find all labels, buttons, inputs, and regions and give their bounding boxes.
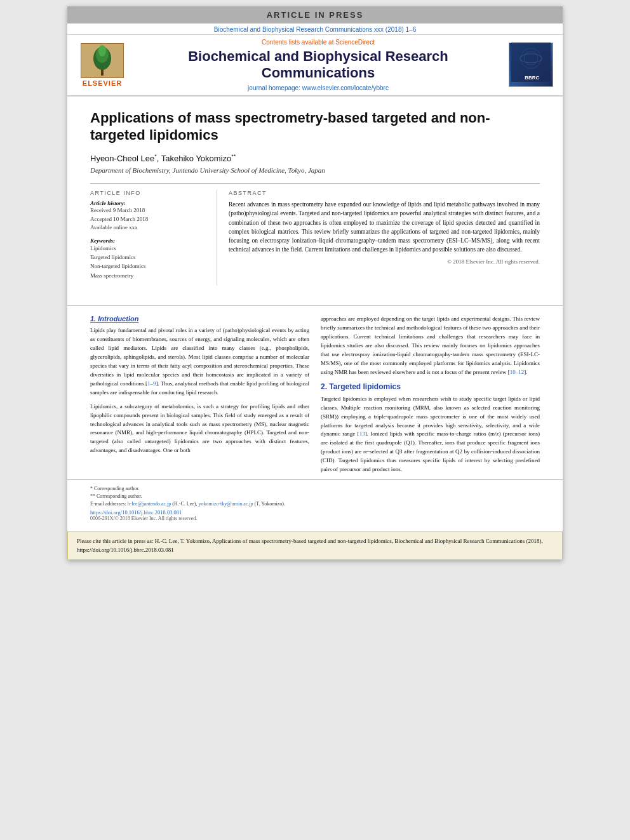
body-columns: 1. Introduction Lipids play fundamental … — [67, 315, 563, 479]
footnotes: * Corresponding author. ** Corresponding… — [67, 479, 563, 525]
keywords: Keywords: Lipidomics Targeted lipidomics… — [90, 237, 209, 281]
footnote-corresponding2: ** Corresponding author. — [90, 493, 540, 500]
doi-link[interactable]: https://doi.org/10.1016/j.bbrc.2018.03.0… — [90, 509, 182, 516]
journal-top-line: Biochemical and Biophysical Research Com… — [67, 23, 563, 34]
accepted-date: Accepted 10 March 2018 — [90, 215, 209, 224]
bbrc-cover-image: BBRC — [509, 43, 553, 87]
journal-citation-line: Biochemical and Biophysical Research Com… — [214, 26, 417, 33]
journal-homepage-line: journal homepage: www.elsevier.com/locat… — [131, 84, 506, 91]
email2-link[interactable]: yokomizo-tky@umin.ac.jp — [198, 501, 253, 507]
citation-text: Please cite this article in press as: H.… — [77, 538, 543, 553]
body-right-column: approaches are employed depending on the… — [321, 315, 540, 479]
section1-heading: 1. Introduction — [90, 315, 309, 323]
article-content: Applications of mass spectrometry-based … — [67, 97, 563, 300]
body-left-column: 1. Introduction Lipids play fundamental … — [90, 315, 309, 479]
section2-heading: 2. Targeted lipidomics — [321, 382, 540, 391]
sciencedirect-line: Contents lists available at ScienceDirec… — [131, 39, 506, 46]
keyword-1: Lipidomics — [90, 244, 209, 253]
svg-point-4 — [98, 45, 106, 57]
info-abstract-row: ARTICLE INFO Article history: Received 9… — [90, 183, 540, 285]
keyword-4: Mass spectrometry — [90, 271, 209, 280]
journal-header: Biochemical and Biophysical Research Com… — [67, 23, 563, 97]
section-divider — [67, 305, 563, 306]
article-info-label: ARTICLE INFO — [90, 190, 209, 196]
doi-line[interactable]: https://doi.org/10.1016/j.bbrc.2018.03.0… — [90, 509, 540, 516]
svg-text:BBRC: BBRC — [525, 75, 539, 81]
abstract-column: ABSTRACT Recent advances in mass spectro… — [229, 190, 540, 285]
article-info-column: ARTICLE INFO Article history: Received 9… — [90, 190, 217, 285]
article-in-press-banner: ARTICLE IN PRESS — [67, 6, 563, 23]
keyword-2: Targeted lipidomics — [90, 253, 209, 262]
footnote-corresponding1: * Corresponding author. — [90, 485, 540, 493]
copyright: © 2018 Elsevier Inc. All rights reserved… — [229, 258, 540, 265]
affiliation: Department of Biochemistry, Juntendo Uni… — [90, 166, 540, 174]
page-container: ARTICLE IN PRESS Biochemical and Biophys… — [67, 6, 563, 560]
abstract-label: ABSTRACT — [229, 190, 540, 196]
section1-para1: Lipids play fundamental and pivotal role… — [90, 326, 309, 397]
journal-title-text: Biochemical and Biophysical Research Com… — [131, 48, 506, 82]
bbrc-logo: BBRC — [506, 43, 556, 87]
elsevier-tree-image — [81, 43, 124, 78]
available-online: Available online xxx — [90, 223, 209, 232]
received-date: Received 9 March 2018 — [90, 206, 209, 215]
banner-text: ARTICLE IN PRESS — [267, 10, 364, 20]
email1-link[interactable]: h-lee@juntendo.ac.jp — [128, 501, 171, 507]
article-title: Applications of mass spectrometry-based … — [90, 109, 540, 144]
abstract-text: Recent advances in mass spectrometry hav… — [229, 200, 540, 255]
sciencedirect-link[interactable]: ScienceDirect — [335, 39, 375, 46]
elsevier-text: ELSEVIER — [83, 79, 122, 87]
article-history: Article history: Received 9 March 2018 A… — [90, 200, 209, 232]
section2-para1: Targeted lipidomics is employed when res… — [321, 395, 540, 474]
journal-title-center: Contents lists available at ScienceDirec… — [131, 39, 506, 91]
journal-homepage-url[interactable]: www.elsevier.com/locate/ybbrc — [302, 84, 389, 91]
issn-line: 0006-291X/© 2018 Elsevier Inc. All right… — [90, 516, 540, 521]
authors: Hyeon-Cheol Lee*, Takehiko Yokomizo** — [90, 153, 540, 163]
section1-para2: Lipidomics, a subcategory of metabolomic… — [90, 403, 309, 456]
citation-bar: Please cite this article in press as: H.… — [67, 531, 563, 560]
keyword-3: Non-targeted lipidomics — [90, 262, 209, 270]
elsevier-logo: ELSEVIER — [74, 43, 131, 87]
footnote-emails: E-mail addresses: h-lee@juntendo.ac.jp (… — [90, 500, 540, 508]
journal-logo-row: ELSEVIER Contents lists available at Sci… — [67, 34, 563, 96]
section1-right-para1: approaches are employed depending on the… — [321, 315, 540, 377]
